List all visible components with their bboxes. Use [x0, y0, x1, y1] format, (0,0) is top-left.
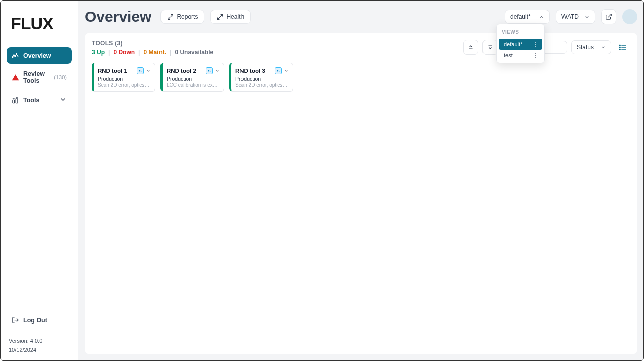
chevron-down-icon[interactable] [284, 66, 289, 75]
tool-name: RND tool 2 [167, 68, 196, 74]
view-dropdown[interactable]: default* [505, 10, 550, 24]
svg-rect-4 [13, 100, 15, 103]
topbar: Overview Reports Health default* WATD [85, 6, 637, 28]
reports-button[interactable]: Reports [160, 10, 204, 24]
chevrons-down-icon [487, 44, 493, 50]
svg-point-2 [15, 56, 16, 57]
list-view-toggle[interactable] [615, 40, 630, 55]
logout-button[interactable]: Log Out [7, 312, 72, 328]
list-icon [619, 43, 627, 51]
svg-point-9 [620, 49, 621, 50]
status-badge: S [137, 67, 144, 74]
menu-item-label: default* [504, 41, 522, 47]
maint-count: 0 Maint. [143, 49, 166, 56]
divider [8, 332, 71, 332]
tools-count-label: TOOLS (3) [92, 40, 213, 47]
svg-point-3 [16, 54, 17, 55]
collapse-all-button[interactable] [463, 40, 478, 55]
tool-name: RND tool 3 [235, 68, 265, 74]
tool-cards: RND tool 1 S Production Scan 2D error, o… [92, 63, 630, 92]
button-label: Health [226, 13, 244, 20]
chevron-down-icon [584, 14, 590, 20]
chevron-down-icon[interactable] [146, 66, 151, 75]
menu-item-label: test [504, 52, 513, 58]
chevrons-up-icon [468, 44, 474, 50]
logout-label: Log Out [23, 317, 47, 324]
page-title: Overview [85, 8, 151, 25]
tool-state: Production [98, 76, 151, 82]
sidebar: FLUX Overview Review Tools (130) Tools [1, 1, 78, 360]
open-external-button[interactable] [601, 9, 616, 24]
status-filter-dropdown[interactable]: Status [571, 40, 611, 54]
brand-logo: FLUX [7, 7, 72, 44]
content-panel: TOOLS (3) 3 Up | 0 Down | 0 Maint. | 0 U… [85, 33, 637, 354]
tool-state: Production [167, 76, 220, 82]
chevron-down-icon [601, 45, 606, 50]
unavailable-count: 0 Unavailable [175, 49, 213, 56]
dropdown-value: WATD [561, 13, 579, 20]
sidebar-item-tools[interactable]: Tools [7, 91, 72, 109]
date-text: 10/12/2024 [7, 345, 72, 354]
svg-point-7 [620, 45, 621, 46]
health-button[interactable]: Health [210, 10, 251, 24]
expand-icon [217, 14, 223, 20]
chevron-down-icon[interactable] [215, 66, 220, 75]
tool-desc: Scan 2D error, optics for… [235, 82, 289, 88]
sidebar-item-overview[interactable]: Overview [7, 47, 72, 64]
status-summary: 3 Up | 0 Down | 0 Maint. | 0 Unavailable [92, 49, 213, 56]
tools-summary: TOOLS (3) 3 Up | 0 Down | 0 Maint. | 0 U… [92, 40, 213, 56]
version-text: Version: 4.0.0 [7, 336, 72, 345]
views-dropdown-menu: VIEWS default* ⋮ test ⋮ [496, 24, 545, 63]
views-menu-item-default[interactable]: default* ⋮ [499, 39, 542, 50]
primary-nav: Overview Review Tools (130) Tools [7, 47, 72, 109]
svg-point-8 [620, 47, 621, 48]
tools-icon [12, 97, 19, 104]
avatar[interactable] [622, 9, 637, 24]
status-badge: S [275, 67, 282, 74]
main-content: Overview Reports Health default* WATD [78, 1, 643, 360]
expand-all-button[interactable] [482, 40, 498, 55]
warning-icon [12, 74, 19, 81]
more-icon[interactable]: ⋮ [532, 41, 538, 47]
expand-icon [167, 14, 174, 20]
tool-card[interactable]: RND tool 3 S Production Scan 2D error, o… [229, 63, 293, 92]
sidebar-item-review-tools[interactable]: Review Tools (130) [7, 66, 72, 89]
views-menu-heading: VIEWS [497, 24, 544, 39]
tool-state: Production [235, 76, 289, 82]
overview-icon [12, 52, 19, 59]
chevron-down-icon [59, 96, 67, 105]
svg-rect-5 [16, 98, 18, 103]
tool-name: RND tool 1 [98, 68, 127, 74]
sidebar-item-label: Review Tools [23, 70, 50, 84]
sidebar-item-label: Overview [23, 52, 51, 59]
dropdown-value: default* [510, 13, 531, 20]
status-badge: S [206, 67, 213, 74]
tool-desc: LCC calibration is expire… [167, 82, 220, 88]
external-link-icon [605, 13, 612, 20]
dropdown-label: Status [577, 44, 594, 51]
filter-bar: TOOLS (3) 3 Up | 0 Down | 0 Maint. | 0 U… [92, 40, 630, 56]
up-count: 3 Up [92, 49, 105, 56]
sidebar-item-label: Tools [23, 97, 39, 104]
site-dropdown[interactable]: WATD [556, 10, 595, 24]
tool-card[interactable]: RND tool 2 S Production LCC calibration … [160, 63, 224, 92]
button-label: Reports [177, 13, 198, 20]
review-count: (130) [54, 74, 67, 80]
chevron-up-icon [539, 14, 544, 20]
svg-point-0 [12, 57, 13, 58]
logout-icon [12, 316, 19, 324]
views-menu-item-test[interactable]: test ⋮ [499, 50, 542, 61]
svg-point-1 [14, 55, 15, 56]
more-icon[interactable]: ⋮ [532, 52, 538, 58]
tool-desc: Scan 2D error, optics for… [98, 82, 151, 88]
tool-card[interactable]: RND tool 1 S Production Scan 2D error, o… [92, 63, 155, 92]
down-count: 0 Down [113, 49, 135, 56]
